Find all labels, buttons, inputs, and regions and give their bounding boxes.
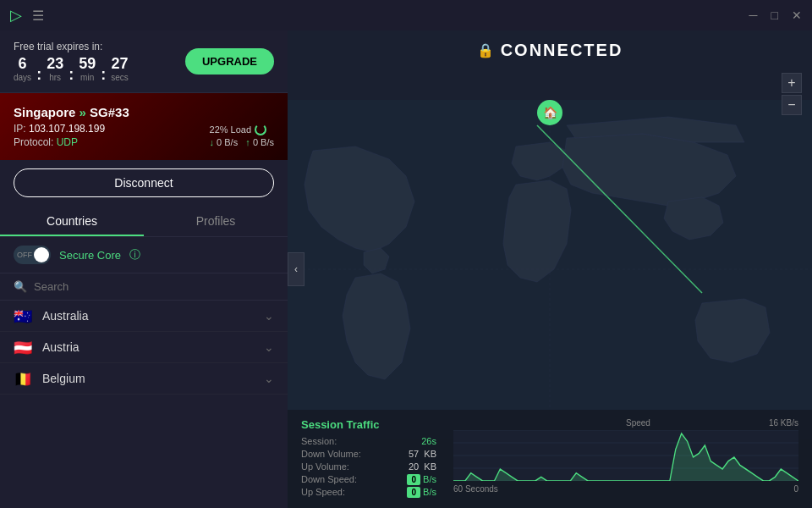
session-key-3: Down Speed: bbox=[301, 474, 357, 484]
connection-info: Singapore » SG#33 IP: 103.107.198.199 Pr… bbox=[0, 93, 288, 160]
connection-speed: 0 B/s 0 B/s bbox=[210, 137, 274, 147]
collapse-button[interactable]: ‹ bbox=[288, 252, 304, 286]
titlebar-controls: ─ □ ✕ bbox=[749, 9, 802, 21]
trial-days-label: days bbox=[14, 73, 31, 82]
session-row-4: Up Speed: 0 B/s bbox=[301, 487, 436, 497]
session-key-1: Down Volume: bbox=[301, 449, 361, 459]
up-speed-badge: 0 bbox=[407, 487, 420, 498]
disconnect-section: Disconnect bbox=[0, 160, 288, 206]
country-flag: 🇦🇺 bbox=[14, 309, 34, 323]
vpn-icon: ▷ bbox=[10, 6, 22, 25]
minimize-button[interactable]: ─ bbox=[749, 9, 758, 21]
speed-up: 0 B/s bbox=[245, 137, 274, 147]
session-row-2: Up Volume: 20 KB bbox=[301, 461, 436, 472]
upgrade-button[interactable]: UPGRADE bbox=[185, 48, 274, 75]
right-panel: 🔒 CONNECTED ‹ + − bbox=[288, 30, 812, 508]
chart-svg bbox=[453, 430, 798, 481]
session-info: Session Traffic Session: 26s Down Volume… bbox=[301, 418, 436, 500]
country-name: Belgium bbox=[42, 372, 264, 385]
chart-seconds-label: 60 Seconds bbox=[453, 484, 498, 494]
list-item[interactable]: 🇦🇺 Australia ⌄ bbox=[0, 301, 288, 332]
speed-down: 0 B/s bbox=[210, 137, 239, 147]
lock-icon: 🔒 bbox=[477, 42, 494, 58]
country-flag: 🇦🇹 bbox=[14, 340, 34, 354]
load-circle-icon bbox=[255, 124, 266, 135]
close-button[interactable]: ✕ bbox=[792, 9, 802, 21]
trial-info: Free trial expires in: 6 days : 23 hrs :… bbox=[14, 41, 129, 82]
load-text: 22% Load bbox=[210, 124, 252, 135]
status-bar: 🔒 CONNECTED bbox=[288, 41, 812, 60]
connection-country: Singapore bbox=[14, 105, 75, 119]
toggle-knob bbox=[34, 247, 49, 262]
tabs: Countries Profiles bbox=[0, 206, 288, 237]
country-name: Austria bbox=[42, 340, 264, 354]
titlebar-left: ▷ ☰ bbox=[10, 6, 44, 25]
connection-server-id: SG#33 bbox=[90, 105, 129, 119]
expand-icon[interactable]: ⌄ bbox=[264, 309, 274, 323]
connection-details: IP: 103.107.198.199 Protocol: UDP 22% Lo… bbox=[14, 123, 274, 148]
info-icon[interactable]: ⓘ bbox=[129, 247, 140, 262]
connection-server: Singapore » SG#33 bbox=[14, 105, 274, 119]
session-row-1: Down Volume: 57 KB bbox=[301, 449, 436, 459]
chart-zero-label: 0 bbox=[793, 484, 798, 494]
list-item[interactable]: 🇧🇪 Belgium ⌄ bbox=[0, 363, 288, 395]
trial-secs: 27 bbox=[111, 56, 128, 71]
home-marker: 🏠 bbox=[537, 100, 562, 125]
trial-hrs-label: hrs bbox=[49, 73, 61, 82]
connection-protocol: UDP bbox=[57, 136, 78, 148]
connection-load: 22% Load bbox=[210, 124, 274, 135]
zoom-in-button[interactable]: + bbox=[782, 73, 802, 93]
trial-secs-label: secs bbox=[111, 73, 129, 82]
secure-core-toggle[interactable]: OFF bbox=[14, 246, 51, 264]
list-item[interactable]: 🇦🇹 Austria ⌄ bbox=[0, 332, 288, 363]
maximize-button[interactable]: □ bbox=[771, 9, 778, 21]
tab-profiles[interactable]: Profiles bbox=[144, 206, 288, 236]
session-val-3: 0 B/s bbox=[407, 474, 436, 484]
chart-speed-label: Speed bbox=[626, 418, 650, 428]
trial-days-unit: 6 days bbox=[14, 56, 31, 82]
trial-hrs: 23 bbox=[47, 56, 63, 71]
main-layout: Free trial expires in: 6 days : 23 hrs :… bbox=[0, 30, 812, 508]
trial-hrs-unit: 23 hrs bbox=[47, 56, 63, 82]
session-row-0: Session: 26s bbox=[301, 436, 436, 446]
trial-days: 6 bbox=[19, 56, 27, 71]
disconnect-button[interactable]: Disconnect bbox=[14, 168, 274, 197]
trial-min: 59 bbox=[79, 56, 96, 71]
secure-core-label: Secure Core bbox=[59, 249, 121, 262]
connection-protocol-row: Protocol: UDP bbox=[14, 136, 105, 148]
left-panel: Free trial expires in: 6 days : 23 hrs :… bbox=[0, 30, 288, 508]
tab-countries[interactable]: Countries bbox=[0, 206, 144, 236]
search-box: 🔍 bbox=[0, 273, 288, 301]
trial-min-unit: 59 min bbox=[79, 56, 96, 82]
trial-banner: Free trial expires in: 6 days : 23 hrs :… bbox=[0, 30, 288, 93]
titlebar: ▷ ☰ ─ □ ✕ bbox=[0, 0, 812, 30]
connection-right: 22% Load 0 B/s 0 B/s bbox=[210, 124, 274, 147]
session-title: Session Traffic bbox=[301, 418, 436, 431]
session-val-4: 0 B/s bbox=[407, 487, 436, 497]
connection-ip: 103.107.198.199 bbox=[29, 123, 105, 135]
trial-countdown: 6 days : 23 hrs : 59 min : 27 bbox=[14, 56, 129, 82]
search-icon: 🔍 bbox=[14, 280, 27, 293]
session-key-2: Up Volume: bbox=[301, 461, 349, 472]
country-flag: 🇧🇪 bbox=[14, 372, 34, 385]
session-val-0: 26s bbox=[421, 436, 436, 446]
chart-kb-label: 16 KB/s bbox=[769, 418, 798, 428]
session-key-4: Up Speed: bbox=[301, 487, 345, 497]
session-val-2: 20 KB bbox=[409, 461, 436, 472]
trial-min-label: min bbox=[80, 73, 94, 82]
connection-left: IP: 103.107.198.199 Protocol: UDP bbox=[14, 123, 105, 148]
secure-core-row: OFF Secure Core ⓘ bbox=[0, 237, 288, 273]
trial-secs-unit: 27 secs bbox=[111, 56, 129, 82]
country-list: 🇦🇺 Australia ⌄ 🇦🇹 Austria ⌄ 🇧🇪 Belgium ⌄ bbox=[0, 301, 288, 508]
search-input[interactable] bbox=[34, 280, 274, 293]
expand-icon[interactable]: ⌄ bbox=[264, 372, 274, 385]
zoom-out-button[interactable]: − bbox=[782, 95, 802, 115]
session-key-0: Session: bbox=[301, 436, 337, 446]
session-row-3: Down Speed: 0 B/s bbox=[301, 474, 436, 484]
hamburger-icon[interactable]: ☰ bbox=[32, 8, 44, 24]
speed-chart: Speed 16 KB/s 60 Seconds 0 bbox=[453, 418, 798, 486]
toggle-label: OFF bbox=[17, 251, 32, 259]
expand-icon[interactable]: ⌄ bbox=[264, 340, 274, 354]
connection-ip-row: IP: 103.107.198.199 bbox=[14, 123, 105, 135]
session-panel: Session Traffic Session: 26s Down Volume… bbox=[288, 410, 812, 508]
